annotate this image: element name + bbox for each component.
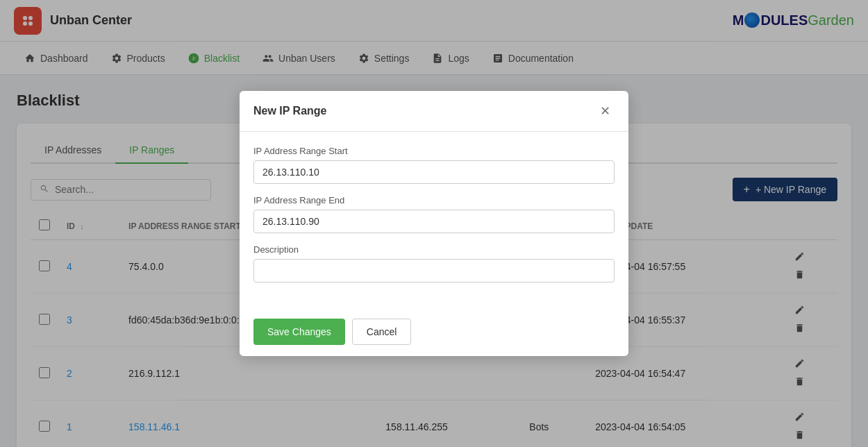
label-description: Description [253, 244, 615, 255]
input-description[interactable] [253, 259, 615, 282]
cancel-button[interactable]: Cancel [352, 319, 412, 345]
field-ip-range-end: IP Address Range End [253, 195, 615, 233]
label-ip-range-start: IP Address Range Start [253, 146, 615, 156]
modal-header: New IP Range ✕ [240, 91, 628, 132]
input-ip-range-start[interactable] [253, 160, 615, 184]
input-ip-range-end[interactable] [253, 210, 615, 233]
modal-body: IP Address Range Start IP Address Range … [240, 132, 628, 307]
modal-overlay[interactable]: New IP Range ✕ IP Address Range Start IP… [0, 0, 868, 447]
modal-close-button[interactable]: ✕ [596, 102, 615, 120]
modal-footer: Save Changes Cancel [240, 307, 628, 356]
field-description: Description [253, 244, 615, 282]
field-ip-range-start: IP Address Range Start [253, 146, 615, 184]
modal-title: New IP Range [253, 105, 327, 117]
save-changes-button[interactable]: Save Changes [253, 319, 345, 345]
new-ip-range-modal: New IP Range ✕ IP Address Range Start IP… [240, 91, 628, 356]
label-ip-range-end: IP Address Range End [253, 195, 615, 205]
